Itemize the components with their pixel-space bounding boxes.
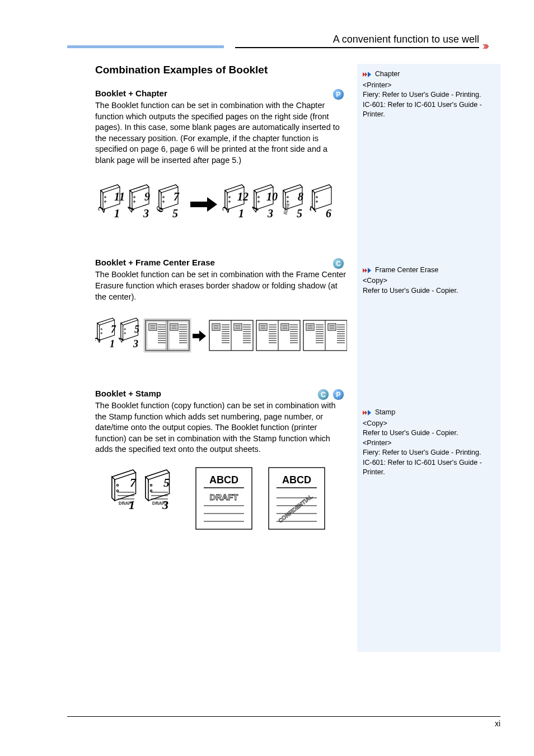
copier-badge-icon: C: [333, 258, 344, 269]
header-title-wrap: A convenient function to use well: [235, 34, 479, 48]
svg-text:DRAFT: DRAFT: [210, 492, 238, 502]
section-title: Combination Examples of Booklet: [95, 64, 347, 76]
figure-booklet-stamp: 7 1 DRAFT 5 3 DRAFT: [95, 463, 347, 536]
chevron-right-icon: ›››: [483, 39, 500, 49]
sidebar-chapter-body: <Printer> Fiery: Refer to User's Guide -…: [363, 81, 495, 120]
svg-text:ABCD: ABCD: [209, 474, 238, 486]
subheading-row-frame: Booklet + Frame Center Erase C: [95, 258, 347, 269]
copier-badge-icon: C: [318, 389, 329, 400]
main-content: Combination Examples of Booklet Booklet …: [67, 64, 347, 652]
svg-marker-46: [193, 330, 206, 342]
svg-text:DRAFT: DRAFT: [152, 501, 167, 506]
svg-text:11: 11: [114, 190, 125, 203]
svg-text:1: 1: [114, 207, 120, 220]
sidebar-chapter: Chapter <Printer> Fiery: Refer to User's…: [363, 69, 495, 120]
subheading-frame: Booklet + Frame Center Erase: [95, 258, 215, 267]
svg-marker-77: [363, 268, 365, 273]
subheading-row-stamp: Booklet + Stamp C P: [95, 389, 347, 400]
svg-text:3: 3: [133, 338, 138, 349]
subheading-stamp: Booklet + Stamp: [95, 389, 161, 398]
svg-marker-79: [368, 268, 371, 273]
svg-text:DRAFT: DRAFT: [119, 501, 134, 506]
sidebar-frame-body: <Copy> Refer to User's Guide - Copier.: [363, 276, 495, 296]
svg-text:7: 7: [174, 190, 180, 203]
svg-marker-81: [365, 410, 367, 415]
svg-text:5: 5: [297, 207, 302, 220]
svg-marker-11: [190, 197, 217, 212]
svg-text:6: 6: [326, 207, 331, 220]
svg-text:ABCD: ABCD: [282, 474, 311, 486]
svg-marker-75: [365, 72, 367, 77]
svg-text:1: 1: [110, 338, 115, 349]
link-arrow-icon: [363, 71, 372, 78]
svg-marker-74: [363, 72, 365, 77]
figure-booklet-chapter: 11 1 2 9 3 4 7 5 6: [95, 174, 347, 235]
body-chapter: The Booklet function can be set in combi…: [95, 100, 347, 166]
svg-text:3: 3: [143, 207, 149, 220]
subheading-row-chapter: Booklet + Chapter P: [95, 88, 347, 100]
svg-text:5: 5: [172, 207, 178, 220]
printer-badge-icon: P: [333, 389, 344, 400]
svg-marker-76: [368, 72, 371, 77]
page-number: xi: [495, 719, 500, 728]
header-title: A convenient function to use well: [333, 34, 479, 45]
sidebar: Chapter <Printer> Fiery: Refer to User's…: [357, 64, 500, 652]
svg-text:7: 7: [111, 324, 116, 335]
svg-text:12: 12: [237, 190, 249, 203]
svg-marker-82: [368, 410, 371, 416]
figure-booklet-frame-erase: 7 1 2 5 3 4: [95, 310, 347, 366]
svg-text:5: 5: [134, 324, 139, 335]
sidebar-stamp-body: <Copy> Refer to User's Guide - Copier. <…: [363, 419, 495, 478]
body-stamp: The Booklet function (copy function) can…: [95, 400, 347, 455]
svg-text:10: 10: [266, 190, 278, 203]
sidebar-frame-title: Frame Center Erase: [375, 265, 438, 276]
body-frame: The Booklet function can be set in combi…: [95, 269, 347, 302]
printer-badge-icon: P: [333, 89, 344, 100]
header-accent: [67, 45, 224, 48]
link-arrow-icon: [363, 409, 372, 416]
sidebar-chapter-title: Chapter: [375, 69, 400, 80]
svg-text:7: 7: [130, 475, 137, 489]
svg-text:8: 8: [298, 190, 303, 203]
svg-text:1: 1: [238, 207, 244, 220]
svg-marker-80: [363, 410, 365, 415]
svg-text:5: 5: [163, 475, 170, 489]
page-header: A convenient function to use well ›››: [67, 34, 500, 48]
page-footer: xi: [67, 716, 500, 728]
svg-text:9: 9: [144, 190, 150, 203]
link-arrow-icon: [363, 267, 372, 274]
subheading-chapter: Booklet + Chapter: [95, 88, 167, 98]
svg-marker-78: [365, 268, 367, 273]
sidebar-stamp: Stamp <Copy> Refer to User's Guide - Cop…: [363, 408, 495, 478]
sidebar-stamp-title: Stamp: [375, 408, 395, 418]
sidebar-frame: Frame Center Erase <Copy> Refer to User'…: [363, 265, 495, 296]
svg-text:3: 3: [267, 207, 273, 220]
svg-rect-45: [165, 320, 170, 351]
